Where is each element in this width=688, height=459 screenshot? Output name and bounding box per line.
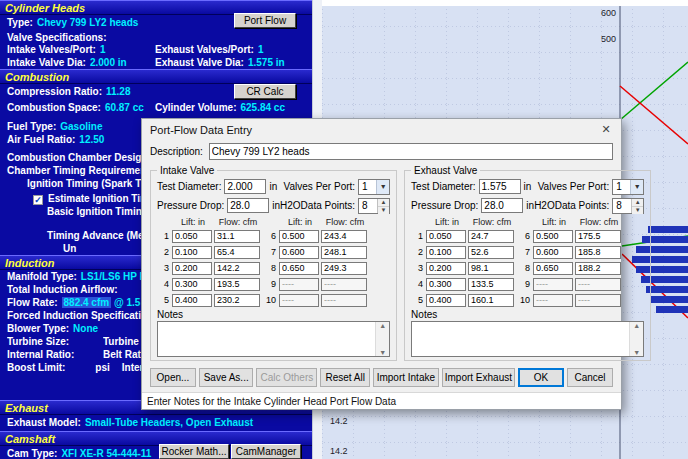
- cr-calc-button[interactable]: CR Calc: [234, 84, 296, 99]
- exhaust-valve-dia-value[interactable]: 1.575 in: [248, 57, 285, 68]
- spin-up-icon[interactable]: ▲: [632, 199, 643, 207]
- spin-down-icon[interactable]: ▼: [632, 207, 643, 214]
- scroll-down-icon[interactable]: ▼: [633, 349, 640, 356]
- intake-lift-input[interactable]: [172, 294, 212, 307]
- row-number: 4: [157, 279, 172, 289]
- exhaust-lift-input[interactable]: [426, 230, 466, 243]
- exhaust-valves-port-value[interactable]: 1: [258, 44, 264, 55]
- intake-flow-input[interactable]: [214, 262, 260, 275]
- spin-down-icon[interactable]: ▼: [378, 207, 389, 214]
- import-intake-button[interactable]: Import Intake: [373, 368, 439, 387]
- open-button[interactable]: Open...: [150, 368, 196, 387]
- exhaust-lift-input: [533, 294, 573, 307]
- section-header-combustion[interactable]: Combustion: [0, 69, 312, 84]
- dialog-titlebar[interactable]: Port-Flow Data Entry ✕: [142, 119, 621, 140]
- scroll-up-icon[interactable]: ▲: [633, 322, 640, 329]
- exhaust-lift-input[interactable]: [533, 246, 573, 259]
- cam-type-value[interactable]: XFI XE-R 54-444-11: [61, 448, 151, 459]
- intake-notes-textarea[interactable]: ▲ ▼: [157, 321, 390, 357]
- exhaust-valves-per-port-select[interactable]: 1 ▼: [612, 179, 644, 195]
- close-icon[interactable]: ✕: [591, 119, 621, 140]
- port-flow-button[interactable]: Port Flow: [234, 13, 296, 28]
- intake-lift-input[interactable]: [172, 246, 212, 259]
- intake-lift-input[interactable]: [279, 230, 319, 243]
- intake-valves-port-value[interactable]: 1: [100, 44, 106, 55]
- spin-up-icon[interactable]: ▲: [378, 199, 389, 207]
- exhaust-flow-input[interactable]: [468, 278, 514, 291]
- intake-lift-input[interactable]: [172, 230, 212, 243]
- test-diameter-label: Test Diameter:: [157, 181, 221, 192]
- intake-lift-input[interactable]: [279, 246, 319, 259]
- lower-axis-label: 14.2: [330, 416, 348, 426]
- intake-flow-input[interactable]: [321, 262, 367, 275]
- exhaust-pressure-drop-input[interactable]: [481, 198, 523, 213]
- exhaust-data-points-stepper[interactable]: 8 ▲▼: [612, 198, 644, 214]
- exhaust-flow-input[interactable]: [575, 246, 621, 259]
- import-exhaust-button[interactable]: Import Exhaust: [442, 368, 515, 387]
- exhaust-flow-input[interactable]: [468, 262, 514, 275]
- rocker-math-button[interactable]: Rocker Math...: [159, 444, 229, 459]
- intake-valve-dia-value[interactable]: 2.000 in: [90, 57, 127, 68]
- air-fuel-ratio-value[interactable]: 12.50: [79, 134, 104, 145]
- intake-flow-input[interactable]: [214, 230, 260, 243]
- exhaust-flow-input[interactable]: [468, 246, 514, 259]
- scroll-up-icon[interactable]: ▲: [379, 322, 386, 329]
- intake-flow-input[interactable]: [321, 230, 367, 243]
- blower-type-label: Blower Type:: [7, 323, 69, 334]
- row-number: 8: [262, 263, 279, 273]
- table-row: 4 9: [411, 276, 644, 292]
- intake-flow-input[interactable]: [214, 278, 260, 291]
- intake-flow-input[interactable]: [321, 246, 367, 259]
- exhaust-flow-input[interactable]: [468, 230, 514, 243]
- reset-all-button[interactable]: Reset All: [320, 368, 370, 387]
- combustion-space-value[interactable]: 60.87 cc: [105, 102, 144, 113]
- fuel-type-value[interactable]: Gasoline: [60, 121, 102, 132]
- scroll-down-icon[interactable]: ▼: [379, 349, 386, 356]
- intake-pressure-drop-input[interactable]: [227, 198, 269, 213]
- notes-scrollbar[interactable]: ▲ ▼: [629, 322, 643, 356]
- row-number: 1: [411, 231, 426, 241]
- save-as-button[interactable]: Save As...: [199, 368, 253, 387]
- cylinder-volume-value[interactable]: 625.84 cc: [241, 102, 286, 113]
- intake-lift-input[interactable]: [172, 278, 212, 291]
- intake-lift-input[interactable]: [279, 262, 319, 275]
- exhaust-notes-textarea[interactable]: ▲ ▼: [411, 321, 644, 357]
- exhaust-flow-input[interactable]: [575, 230, 621, 243]
- description-input[interactable]: [209, 143, 613, 160]
- exhaust-test-diameter-input[interactable]: [479, 179, 521, 194]
- exhaust-model-value[interactable]: Small-Tube Headers, Open Exhaust: [85, 417, 253, 428]
- estimate-ignition-checkbox[interactable]: ✓: [33, 195, 43, 205]
- table-row: 2 7: [157, 244, 390, 260]
- exhaust-flow-input[interactable]: [575, 262, 621, 275]
- flow-rate-value[interactable]: 882.4 cfm: [62, 297, 112, 308]
- intake-data-points-stepper[interactable]: 8 ▲▼: [358, 198, 390, 214]
- exhaust-lift-input[interactable]: [426, 278, 466, 291]
- chevron-down-icon[interactable]: ▼: [630, 180, 643, 194]
- cancel-button[interactable]: Cancel: [567, 368, 613, 387]
- intake-flow-input[interactable]: [214, 294, 260, 307]
- exhaust-lift-input[interactable]: [426, 262, 466, 275]
- test-diameter-unit: in: [524, 181, 532, 192]
- intake-flow-input[interactable]: [214, 246, 260, 259]
- intake-lift-input: [279, 294, 319, 307]
- exhaust-lift-input[interactable]: [533, 230, 573, 243]
- intake-valve-dia-label: Intake Valve Dia:: [7, 57, 86, 68]
- cam-manager-button[interactable]: CamManager: [231, 444, 301, 459]
- ok-button[interactable]: OK: [518, 368, 564, 387]
- compression-ratio-value[interactable]: 11.28: [106, 86, 130, 97]
- intake-lift-input[interactable]: [172, 262, 212, 275]
- exhaust-flow-input[interactable]: [468, 294, 514, 307]
- notes-scrollbar[interactable]: ▲ ▼: [375, 322, 389, 356]
- exhaust-lift-input[interactable]: [426, 294, 466, 307]
- intake-valves-per-port-select[interactable]: 1 ▼: [358, 179, 390, 195]
- chevron-down-icon[interactable]: ▼: [376, 180, 389, 194]
- exhaust-lift-input[interactable]: [533, 262, 573, 275]
- internal-ratio-label: Internal Ratio:: [7, 349, 74, 360]
- intake-test-diameter-input[interactable]: [224, 179, 266, 194]
- blower-type-value[interactable]: None: [73, 323, 98, 334]
- exhaust-valve-dia-label: Exhaust Valve Dia:: [155, 57, 244, 68]
- exhaust-flow-input: [575, 278, 621, 291]
- test-diameter-unit: in: [269, 181, 277, 192]
- exhaust-lift-input[interactable]: [426, 246, 466, 259]
- head-type-value[interactable]: Chevy 799 LY2 heads: [37, 17, 138, 28]
